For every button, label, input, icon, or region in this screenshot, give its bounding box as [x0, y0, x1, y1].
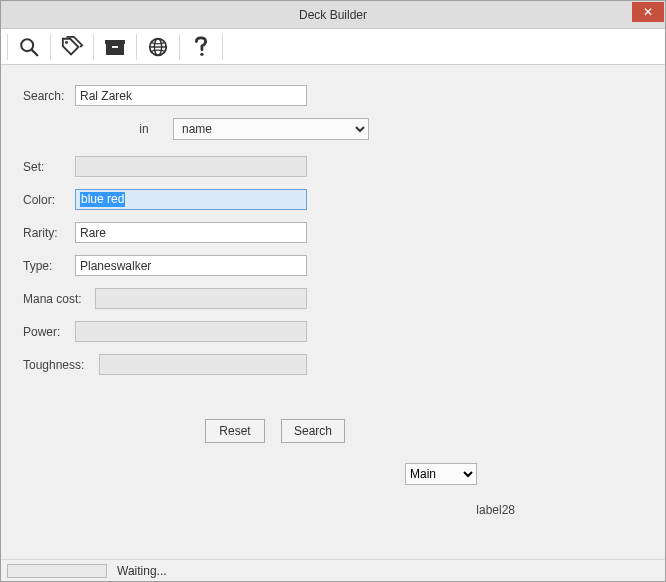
- titlebar: Deck Builder ✕: [1, 1, 665, 29]
- statusbar: Waiting...: [1, 559, 665, 581]
- app-window: Deck Builder ✕: [0, 0, 666, 582]
- label28: label28: [476, 503, 515, 517]
- svg-line-1: [32, 49, 38, 55]
- search-icon: [18, 36, 40, 58]
- rarity-row: Rarity:: [23, 222, 653, 243]
- toolbar-divider: [179, 34, 180, 60]
- set-label: Set:: [23, 160, 75, 174]
- search-label: Search:: [23, 89, 75, 103]
- deck-select-wrap: Main: [405, 463, 477, 485]
- svg-point-2: [65, 40, 68, 43]
- in-row: in name: [115, 118, 653, 140]
- toolbar-divider: [136, 34, 137, 60]
- toolbar-archive-button[interactable]: [100, 32, 130, 62]
- power-input[interactable]: [75, 321, 307, 342]
- color-row: Color: blue red: [23, 189, 653, 210]
- button-row: Reset Search: [205, 419, 653, 443]
- color-input[interactable]: [75, 189, 307, 210]
- svg-point-7: [200, 52, 203, 55]
- toolbar-divider: [93, 34, 94, 60]
- svg-rect-3: [112, 46, 118, 48]
- in-label: in: [115, 122, 173, 136]
- rarity-label: Rarity:: [23, 226, 75, 240]
- power-row: Power:: [23, 321, 653, 342]
- in-select[interactable]: name: [173, 118, 369, 140]
- progress-bar: [7, 564, 107, 578]
- close-icon: ✕: [643, 6, 653, 18]
- type-row: Type:: [23, 255, 653, 276]
- type-input[interactable]: [75, 255, 307, 276]
- toolbar: [1, 29, 665, 65]
- toughness-input[interactable]: [99, 354, 307, 375]
- toolbar-search-button[interactable]: [14, 32, 44, 62]
- toolbar-globe-button[interactable]: [143, 32, 173, 62]
- toolbar-help-button[interactable]: [186, 32, 216, 62]
- help-icon: [191, 36, 211, 58]
- reset-button[interactable]: Reset: [205, 419, 265, 443]
- toughness-label: Toughness:: [23, 358, 99, 372]
- search-button[interactable]: Search: [281, 419, 345, 443]
- form-content: Search: in name Set: Color: blue red Rar…: [1, 65, 665, 559]
- toolbar-tags-button[interactable]: [57, 32, 87, 62]
- toughness-row: Toughness:: [23, 354, 653, 375]
- rarity-input[interactable]: [75, 222, 307, 243]
- manacost-label: Mana cost:: [23, 292, 95, 306]
- type-label: Type:: [23, 259, 75, 273]
- tags-icon: [60, 36, 84, 58]
- status-text: Waiting...: [117, 564, 167, 578]
- color-label: Color:: [23, 193, 75, 207]
- toolbar-divider: [222, 34, 223, 60]
- window-title: Deck Builder: [299, 8, 367, 22]
- search-input[interactable]: [75, 85, 307, 106]
- power-label: Power:: [23, 325, 75, 339]
- set-input[interactable]: [75, 156, 307, 177]
- close-button[interactable]: ✕: [632, 2, 664, 22]
- manacost-input[interactable]: [95, 288, 307, 309]
- deck-select[interactable]: Main: [405, 463, 477, 485]
- set-row: Set:: [23, 156, 653, 177]
- toolbar-divider: [7, 34, 8, 60]
- search-row: Search:: [23, 85, 653, 106]
- globe-icon: [147, 36, 169, 58]
- archive-icon: [103, 37, 127, 57]
- toolbar-divider: [50, 34, 51, 60]
- manacost-row: Mana cost:: [23, 288, 653, 309]
